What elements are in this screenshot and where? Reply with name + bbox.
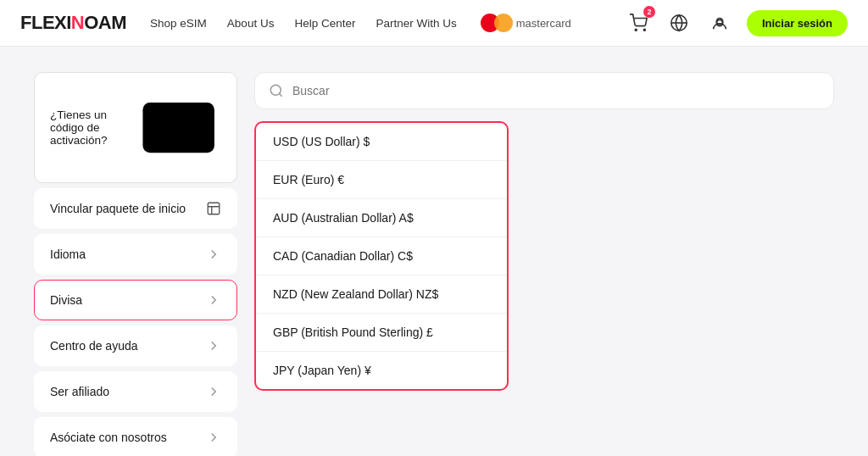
mastercard-orange-circle — [494, 14, 513, 32]
sidebar-item-idioma-label: Idioma — [50, 247, 86, 261]
activation-label: ¿Tienes un código de activación? — [50, 108, 136, 147]
sidebar-item-asociate[interactable]: Asóciate con nosotros — [34, 417, 237, 456]
currency-eur[interactable]: EUR (Euro) € — [256, 161, 507, 199]
search-bar — [254, 72, 834, 109]
sidebar-item-vincular-label: Vincular paquete de inicio — [50, 202, 186, 215]
nav-shop-esim[interactable]: Shop eSIM — [150, 17, 207, 30]
svg-point-1 — [643, 29, 645, 31]
chevron-right-icon-asociate — [206, 430, 221, 445]
content-area: ¿Tienes un código de activación? Vincula… — [0, 47, 868, 456]
sidebar-item-idioma[interactable]: Idioma — [34, 234, 237, 275]
activation-icon — [136, 85, 221, 170]
mastercard-logo: mastercard — [481, 14, 571, 32]
currency-jpy[interactable]: JPY (Japan Yen) ¥ — [256, 352, 507, 389]
nav-links: Shop eSIM About Us Help Center Partner W… — [150, 14, 601, 32]
globe-icon — [670, 14, 688, 32]
logo[interactable]: FLEXINOAM — [20, 12, 126, 34]
svg-rect-5 — [142, 103, 214, 153]
sidebar-item-divisa-label: Divisa — [50, 293, 82, 307]
user-icon — [710, 14, 729, 32]
svg-line-9 — [279, 93, 281, 96]
search-input[interactable] — [292, 84, 820, 97]
currency-cad[interactable]: CAD (Canadian Dollar) C$ — [256, 237, 507, 275]
sidebar-item-activation[interactable]: ¿Tienes un código de activación? — [34, 72, 237, 183]
currency-panel: USD (US Dollar) $ EUR (Euro) € AUD (Aust… — [254, 121, 509, 391]
login-button[interactable]: Iniciar sesión — [747, 10, 848, 36]
chevron-right-icon — [206, 247, 221, 262]
sidebar-item-ser-afiliado[interactable]: Ser afiliado — [34, 371, 237, 412]
chevron-right-icon-divisa — [206, 292, 221, 308]
chevron-right-icon-afiliado — [206, 384, 221, 399]
main-panel: USD (US Dollar) $ EUR (Euro) € AUD (Aust… — [254, 72, 834, 456]
sidebar-item-vincular[interactable]: Vincular paquete de inicio — [34, 188, 237, 229]
sidebar-item-asociate-label: Asóciate con nosotros — [50, 431, 167, 444]
chevron-right-icon-ayuda — [206, 338, 221, 353]
package-icon — [206, 201, 221, 216]
cart-badge: 2 — [643, 6, 655, 18]
svg-point-8 — [270, 85, 281, 95]
cart-button[interactable]: 2 — [625, 9, 652, 36]
search-icon — [269, 83, 284, 98]
currency-usd[interactable]: USD (US Dollar) $ — [256, 123, 507, 161]
user-button[interactable] — [706, 9, 733, 36]
currency-gbp[interactable]: GBP (British Pound Sterling) £ — [256, 314, 507, 352]
nav-about-us[interactable]: About Us — [227, 17, 275, 30]
svg-rect-7 — [208, 203, 220, 215]
nav-help-center[interactable]: Help Center — [294, 17, 355, 30]
sidebar: ¿Tienes un código de activación? Vincula… — [34, 72, 237, 456]
sidebar-item-divisa[interactable]: Divisa — [34, 280, 237, 320]
sidebar-item-ser-afiliado-label: Ser afiliado — [50, 385, 109, 398]
svg-point-0 — [635, 29, 637, 31]
mastercard-label: mastercard — [516, 17, 571, 30]
currency-nzd[interactable]: NZD (New Zealand Dollar) NZ$ — [256, 275, 507, 314]
nav-partner-with-us[interactable]: Partner With Us — [376, 17, 456, 30]
currency-aud[interactable]: AUD (Australian Dollar) A$ — [256, 199, 507, 237]
globe-button[interactable] — [665, 9, 693, 36]
sidebar-item-centro-ayuda-label: Centro de ayuda — [50, 339, 138, 353]
sidebar-item-centro-ayuda[interactable]: Centro de ayuda — [34, 325, 237, 366]
navbar-icons: 2 Iniciar sesión — [625, 9, 848, 36]
navbar: FLEXINOAM Shop eSIM About Us Help Center… — [0, 0, 868, 47]
